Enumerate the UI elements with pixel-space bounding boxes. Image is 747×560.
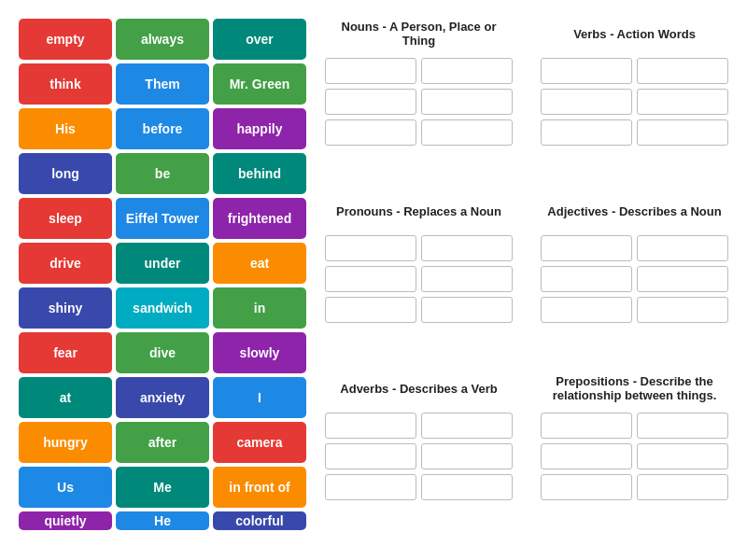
category-title: Adverbs - Describes a Verb xyxy=(340,373,497,403)
answer-box[interactable] xyxy=(325,235,416,261)
word-tile[interactable]: empty xyxy=(19,19,112,60)
word-tile[interactable]: He xyxy=(116,511,209,530)
answer-box[interactable] xyxy=(421,413,513,439)
category-section: Nouns - A Person, Place or Thing xyxy=(325,19,513,187)
answer-box[interactable] xyxy=(541,119,632,146)
word-tile[interactable]: be xyxy=(116,153,209,194)
answer-box[interactable] xyxy=(421,119,513,146)
word-tile[interactable]: slowly xyxy=(213,332,306,373)
word-tile[interactable]: before xyxy=(116,108,209,149)
answer-box[interactable] xyxy=(325,89,416,115)
category-title: Nouns - A Person, Place or Thing xyxy=(325,19,513,49)
word-tile[interactable]: Eiffel Tower xyxy=(116,198,209,239)
answer-box[interactable] xyxy=(541,89,632,115)
word-tile[interactable]: under xyxy=(116,243,209,284)
word-tile[interactable]: Them xyxy=(116,63,209,105)
word-tile[interactable]: happily xyxy=(213,108,306,149)
word-tile[interactable]: long xyxy=(19,153,112,194)
word-tile[interactable]: dive xyxy=(116,332,209,373)
word-tile[interactable]: Me xyxy=(116,467,209,508)
word-tile[interactable]: frightened xyxy=(213,198,306,239)
word-tile[interactable]: quietly xyxy=(19,511,112,530)
answer-box-group xyxy=(541,235,728,323)
answer-box-group xyxy=(325,413,513,500)
word-tile[interactable]: at xyxy=(19,377,112,418)
word-tile[interactable]: in front of xyxy=(213,467,306,508)
word-tile[interactable]: camera xyxy=(213,422,306,463)
answer-box[interactable] xyxy=(325,443,416,469)
word-tile[interactable]: over xyxy=(213,19,306,60)
answer-box[interactable] xyxy=(421,297,513,323)
word-tile[interactable]: fear xyxy=(19,332,112,373)
answer-box[interactable] xyxy=(421,474,513,500)
word-tile[interactable]: shiny xyxy=(19,287,112,329)
answer-box[interactable] xyxy=(325,297,416,323)
answer-box[interactable] xyxy=(325,474,416,500)
word-tile[interactable]: colorful xyxy=(213,511,306,530)
answer-box[interactable] xyxy=(325,266,416,292)
word-tile[interactable]: in xyxy=(213,287,306,329)
answer-box[interactable] xyxy=(541,297,632,323)
answer-box[interactable] xyxy=(421,266,513,292)
category-section: Verbs - Action Words xyxy=(541,19,728,187)
answer-box[interactable] xyxy=(637,235,728,261)
word-tile[interactable]: behind xyxy=(213,153,306,194)
word-tile[interactable]: Mr. Green xyxy=(213,63,306,105)
word-tile[interactable]: hungry xyxy=(19,422,112,463)
word-tile[interactable]: I xyxy=(213,377,306,418)
answer-box[interactable] xyxy=(541,58,632,84)
category-title: Pronouns - Replaces a Noun xyxy=(336,196,501,226)
answer-box[interactable] xyxy=(637,89,728,115)
answer-box[interactable] xyxy=(325,413,416,439)
answer-box[interactable] xyxy=(637,443,728,469)
word-tile[interactable]: after xyxy=(116,422,209,463)
category-section: Prepositions - Describe the relationship… xyxy=(541,373,728,541)
answer-box[interactable] xyxy=(637,58,728,84)
answer-box[interactable] xyxy=(325,58,416,84)
answer-box[interactable] xyxy=(637,297,728,323)
category-title: Verbs - Action Words xyxy=(573,19,696,49)
answer-box[interactable] xyxy=(421,443,513,469)
word-tile[interactable]: sandwich xyxy=(116,287,209,329)
answer-box[interactable] xyxy=(325,119,416,146)
word-tile[interactable]: think xyxy=(19,63,112,105)
word-tile[interactable]: eat xyxy=(213,243,306,284)
word-tile[interactable]: His xyxy=(19,108,112,149)
answer-box-group xyxy=(541,58,728,146)
answer-box[interactable] xyxy=(421,89,513,115)
answer-box-group xyxy=(325,235,513,323)
answer-box-group xyxy=(325,58,513,146)
category-section: Adjectives - Describes a Noun xyxy=(541,196,728,364)
word-tile[interactable]: anxiety xyxy=(116,377,209,418)
answer-box[interactable] xyxy=(421,235,513,261)
answer-box[interactable] xyxy=(541,235,632,261)
answer-box[interactable] xyxy=(541,266,632,292)
answer-box-group xyxy=(541,413,728,500)
answer-box[interactable] xyxy=(637,266,728,292)
answer-box[interactable] xyxy=(637,119,728,146)
category-section: Pronouns - Replaces a Noun xyxy=(325,196,513,364)
answer-box[interactable] xyxy=(637,474,728,500)
word-grid: emptyalwaysoverthinkThemMr. GreenHisbefo… xyxy=(19,19,306,541)
category-section: Adverbs - Describes a Verb xyxy=(325,373,513,541)
answer-box[interactable] xyxy=(637,413,728,439)
answer-box[interactable] xyxy=(541,474,632,500)
word-tile[interactable]: always xyxy=(116,19,209,60)
word-tile[interactable]: drive xyxy=(19,243,112,284)
answer-box[interactable] xyxy=(541,413,632,439)
category-title: Prepositions - Describe the relationship… xyxy=(541,373,728,403)
word-tile[interactable]: Us xyxy=(19,467,112,508)
categories-panel: Nouns - A Person, Place or ThingVerbs - … xyxy=(325,19,728,541)
word-tile[interactable]: sleep xyxy=(19,198,112,239)
answer-box[interactable] xyxy=(541,443,632,469)
category-title: Adjectives - Describes a Noun xyxy=(547,196,721,226)
answer-box[interactable] xyxy=(421,58,513,84)
